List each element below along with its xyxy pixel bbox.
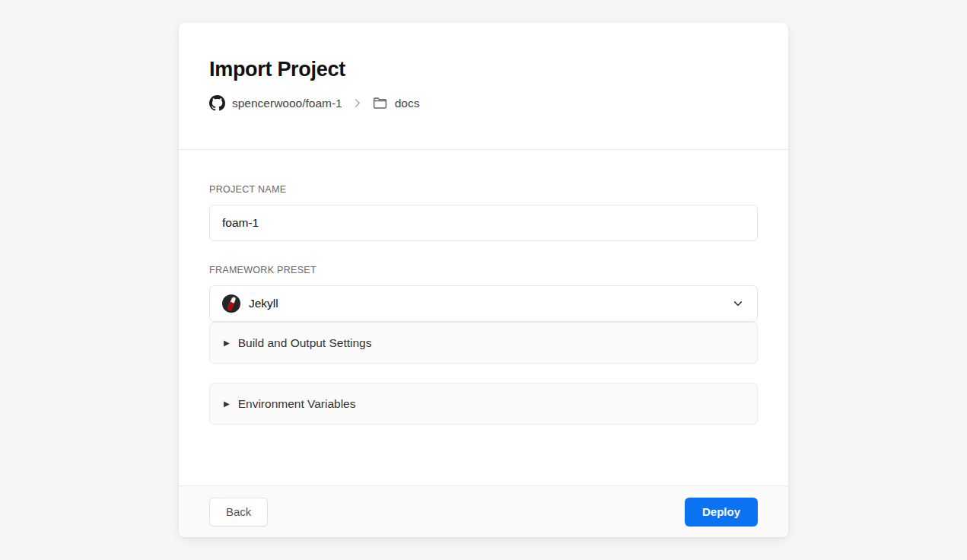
project-name-label: PROJECT NAME [209,184,758,195]
framework-preset-select[interactable]: Jekyll [209,285,758,322]
import-project-dialog: Import Project spencerwooo/foam-1 docs P… [179,23,788,537]
framework-preset-label: FRAMEWORK PRESET [209,265,758,275]
breadcrumb-folder: docs [395,97,420,110]
chevron-right-icon [351,97,364,110]
expander-triangle-icon: ▶ [224,400,230,408]
build-output-settings-accordion[interactable]: ▶ Build and Output Settings [209,322,758,364]
breadcrumb: spencerwooo/foam-1 docs [209,95,758,111]
back-button[interactable]: Back [209,498,268,527]
accordion-label: Environment Variables [238,397,356,411]
framework-preset-field-group: FRAMEWORK PRESET Jekyll [209,265,758,322]
dialog-header: Import Project spencerwooo/foam-1 docs [179,23,788,149]
project-name-input[interactable] [209,205,758,241]
folder-icon [372,95,388,111]
breadcrumb-repo: spencerwooo/foam-1 [232,97,342,110]
github-icon [209,95,225,111]
dialog-body: PROJECT NAME FRAMEWORK PRESET Jekyll ▶ B… [179,149,788,485]
jekyll-logo-icon [222,294,240,313]
deploy-button[interactable]: Deploy [685,498,758,527]
accordion-label: Build and Output Settings [238,336,372,350]
expander-triangle-icon: ▶ [224,339,230,347]
page-title: Import Project [209,58,758,81]
project-name-field-group: PROJECT NAME [209,184,758,241]
environment-variables-accordion[interactable]: ▶ Environment Variables [209,383,758,425]
dialog-footer: Back Deploy [179,485,788,537]
framework-preset-value: Jekyll [249,297,278,310]
chevron-down-icon [731,297,745,310]
